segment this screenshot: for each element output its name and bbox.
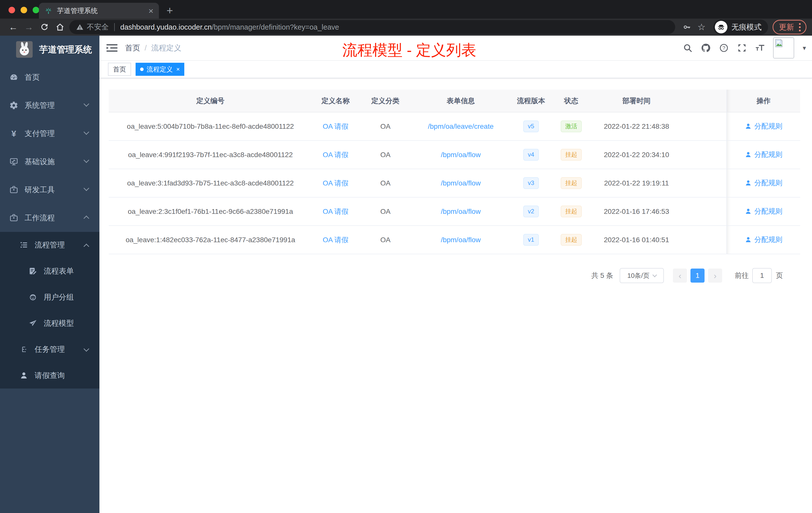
sidebar-item-task-management[interactable]: 任务管理 — [0, 336, 99, 362]
goto-page-input[interactable] — [752, 268, 772, 283]
warning-icon — [76, 23, 84, 31]
definition-category: OA — [359, 169, 412, 197]
definition-name-link[interactable]: OA 请假 — [323, 122, 348, 130]
app-window: 芋道管理系统 首页 系统管理 ¥ 支付管理 基础设施 — [0, 36, 812, 513]
tab-close-icon[interactable]: × — [148, 6, 153, 15]
list-tree-icon — [19, 240, 29, 250]
minimize-window-button[interactable] — [21, 7, 27, 13]
form-link[interactable]: /bpm/oa/flow — [441, 208, 481, 215]
sidebar-item-home[interactable]: 首页 — [0, 63, 99, 91]
browser-menu-icon[interactable] — [798, 22, 802, 32]
sidebar-item-label: 请假查询 — [35, 370, 65, 381]
address-bar[interactable]: 不安全 dashboard.yudao.iocoder.cn/bpm/manag… — [69, 20, 675, 34]
sidebar-item-system[interactable]: 系统管理 — [0, 91, 99, 119]
page-size-select[interactable]: 10条/页 — [620, 268, 664, 283]
tag-process-definition[interactable]: 流程定义 × — [136, 63, 184, 76]
close-window-button[interactable] — [8, 7, 15, 13]
sidebar-item-label: 工作流程 — [25, 213, 55, 223]
bookmark-star-icon[interactable]: ☆ — [694, 20, 709, 34]
assign-rule-link[interactable]: 分配规则 — [745, 178, 782, 188]
window-controls[interactable] — [8, 7, 39, 13]
omnibox-divider — [114, 23, 115, 31]
form-link[interactable]: /bpm/oa/leave/create — [428, 122, 494, 130]
page-number-button[interactable]: 1 — [691, 269, 704, 282]
tag-close-icon[interactable]: × — [176, 66, 180, 73]
logo-rabbit-avatar — [16, 41, 33, 58]
sidebar-item-label: 基础设施 — [25, 157, 55, 167]
forward-button[interactable]: → — [21, 20, 37, 34]
help-icon[interactable]: ? — [719, 43, 729, 53]
new-tab-button[interactable]: + — [163, 3, 177, 18]
app-title: 芋道管理系统 — [39, 44, 92, 56]
sidebar-logo[interactable]: 芋道管理系统 — [0, 36, 99, 63]
pagination-total: 共 5 条 — [591, 271, 613, 280]
next-page-button[interactable]: › — [708, 269, 722, 282]
chevron-down-icon — [84, 101, 89, 107]
maximize-window-button[interactable] — [33, 7, 39, 13]
assign-rule-link[interactable]: 分配规则 — [745, 150, 782, 159]
monitor-chart-icon — [9, 157, 19, 167]
filler-cell — [683, 141, 727, 169]
gear-icon — [9, 101, 19, 110]
definition-name-link[interactable]: OA 请假 — [323, 151, 348, 159]
column-header: 部署时间 — [590, 90, 683, 112]
assign-rule-link[interactable]: 分配规则 — [745, 235, 782, 244]
briefcase-icon — [9, 213, 19, 222]
table-row: oa_leave:4:991f2193-7b7f-11ec-a3c8-acde4… — [109, 141, 800, 169]
sidebar-item-leave-query[interactable]: 请假查询 — [0, 362, 99, 389]
sidebar-item-label: 流程模型 — [44, 318, 74, 329]
sidebar-item-process-form[interactable]: 流程表单 — [0, 258, 99, 284]
password-key-icon[interactable] — [680, 20, 694, 34]
sidebar-item-workflow[interactable]: 工作流程 — [0, 204, 99, 232]
sidebar-item-payment[interactable]: ¥ 支付管理 — [0, 119, 99, 148]
browser-tab[interactable]: 芋道管理系统 × — [39, 3, 159, 19]
sidebar-item-label: 用户分组 — [44, 292, 74, 302]
active-tag-dot — [140, 67, 144, 71]
version-badge: v3 — [523, 177, 539, 189]
home-button[interactable] — [52, 20, 68, 34]
sidebar-collapse-icon[interactable] — [107, 43, 117, 53]
avatar[interactable] — [773, 37, 794, 58]
table-header-row: 定义编号 定义名称 定义分类 表单信息 流程版本 状态 部署时间 操作 — [109, 90, 800, 112]
version-badge: v1 — [523, 234, 539, 246]
column-header: 定义名称 — [312, 90, 359, 112]
sidebar-item-process-model[interactable]: 流程模型 — [0, 310, 99, 336]
deploy-time: 2022-01-22 20:34:10 — [590, 141, 683, 169]
assign-rule-link[interactable]: 分配规则 — [745, 121, 782, 131]
form-link[interactable]: /bpm/oa/flow — [441, 179, 481, 187]
form-link[interactable]: /bpm/oa/flow — [441, 151, 481, 159]
dashboard-icon — [9, 72, 19, 82]
version-badge: v4 — [523, 149, 539, 161]
form-link[interactable]: /bpm/oa/flow — [441, 236, 481, 244]
sidebar-item-process-management[interactable]: 流程管理 — [0, 232, 99, 258]
assign-rule-link[interactable]: 分配规则 — [745, 207, 782, 216]
briefcase-icon — [9, 185, 19, 194]
definition-id: oa_leave:4:991f2193-7b7f-11ec-a3c8-acde4… — [109, 141, 312, 169]
deploy-time: 2022-01-22 19:19:11 — [590, 169, 683, 197]
deploy-time: 2022-01-22 21:48:38 — [590, 112, 683, 141]
prev-page-button[interactable]: ‹ — [673, 269, 687, 282]
sidebar-item-user-group[interactable]: 用户分组 — [0, 284, 99, 310]
chevron-up-icon — [84, 244, 89, 249]
definition-name-link[interactable]: OA 请假 — [323, 179, 348, 187]
definition-name-link[interactable]: OA 请假 — [323, 208, 348, 215]
github-icon[interactable] — [701, 43, 711, 53]
security-label[interactable]: 不安全 — [87, 22, 109, 32]
tag-home[interactable]: 首页 — [108, 63, 131, 76]
url-text[interactable]: dashboard.yudao.iocoder.cn/bpm/manager/d… — [120, 23, 339, 31]
status-badge: 挂起 — [561, 234, 582, 246]
definition-id: oa_leave:5:004b710b-7b8a-11ec-8ef0-acde4… — [109, 112, 312, 141]
search-icon[interactable] — [683, 43, 693, 53]
user-face-icon — [28, 292, 38, 302]
reload-button[interactable] — [37, 20, 52, 34]
sidebar-item-infrastructure[interactable]: 基础设施 — [0, 148, 99, 176]
definition-name-link[interactable]: OA 请假 — [323, 236, 348, 244]
caret-down-icon[interactable]: ▾ — [803, 44, 806, 52]
fullscreen-icon[interactable] — [737, 43, 747, 53]
back-button[interactable]: ← — [5, 20, 21, 34]
update-button[interactable]: 更新 — [773, 20, 807, 34]
deploy-time: 2022-01-16 17:46:53 — [590, 197, 683, 225]
font-size-icon[interactable] — [755, 43, 765, 53]
sidebar-item-devtools[interactable]: 研发工具 — [0, 176, 99, 204]
breadcrumb-home[interactable]: 首页 — [125, 43, 140, 53]
